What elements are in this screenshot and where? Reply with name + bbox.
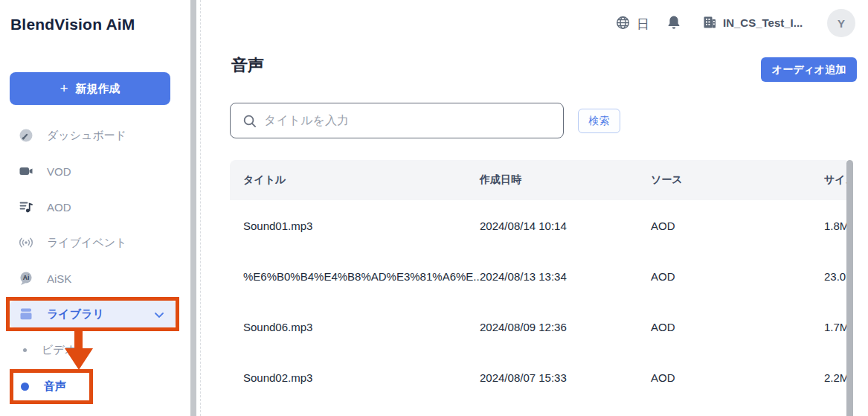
cell-source: AOD [637,371,811,384]
sidebar-scrollbar[interactable] [190,0,196,416]
sidebar-item-label: ダッシュボード [47,129,126,143]
sidebar-item-dashboard[interactable]: ダッシュボード [0,118,187,153]
audio-playlist-icon [19,199,33,214]
table-row[interactable]: Sound02.mp3 2024/08/07 15:33 AOD 2.2MB [230,352,846,403]
table-row[interactable]: Sound01.mp3 2024/08/14 10:14 AOD 1.8MB [230,200,846,251]
sidebar-item-live-event[interactable]: ライブイベント [0,225,187,260]
page-title: 音声 [231,54,264,77]
sidebar: BlendVision AiM + 新規作成 ダッシュボード VOD AOD [0,0,187,416]
table-row[interactable]: %E6%B0%B4%E4%B8%AD%E3%81%A6%E... 2024/08… [230,251,846,301]
globe-icon[interactable] [616,16,630,33]
sidebar-item-label: AiSK [47,272,71,285]
cell-created: 2024/08/07 15:33 [466,371,637,384]
cell-size: 1.8MB [811,220,846,232]
svg-text:Ai: Ai [23,274,30,281]
organization-name[interactable]: IN_CS_Test_I... [723,16,803,29]
app-logo: BlendVision AiM [10,16,135,33]
plus-icon: + [60,80,68,97]
column-header-source[interactable]: ソース [637,173,811,187]
table-body: Sound01.mp3 2024/08/14 10:14 AOD 1.8MB %… [230,200,846,403]
avatar[interactable]: Y [827,9,855,37]
sidebar-divider [200,0,201,416]
sidebar-item-aisk[interactable]: Ai AiSK [0,260,187,296]
cell-title: %E6%B0%B4%E4%B8%AD%E3%81%A6%E... [230,270,466,283]
bullet-dot-icon [21,383,29,391]
search-button[interactable]: 検索 [578,109,620,133]
new-create-button[interactable]: + 新規作成 [10,72,170,105]
cell-title: Sound01.mp3 [230,220,466,232]
ai-chat-icon: Ai [19,271,33,286]
sidebar-subitem-audio[interactable]: 音声 [0,368,187,405]
sidebar-item-library[interactable]: ライブラリ [0,296,187,332]
cell-source: AOD [637,321,811,333]
live-broadcast-icon [19,235,33,250]
column-header-title[interactable]: タイトル [230,173,466,187]
cell-title: Sound02.mp3 [230,371,466,384]
library-icon [19,307,33,321]
cell-created: 2024/08/09 12:36 [466,321,637,333]
bell-icon[interactable] [667,15,681,33]
sidebar-item-label: VOD [47,165,71,178]
cell-source: AOD [637,270,811,283]
search-box [230,103,564,138]
search-icon [242,114,257,128]
video-camera-icon [19,164,33,179]
table-vertical-scrollbar[interactable] [846,160,853,416]
sidebar-item-label: ライブラリ [47,307,104,321]
annotation-arrow-stem [74,330,83,350]
bullet-dot-icon [23,348,27,352]
cell-source: AOD [637,220,811,232]
audio-table: タイトル 作成日時 ソース サイズ Sound01.mp3 2024/08/14… [230,160,846,416]
cell-size: 1.7MB [811,321,846,333]
new-create-label: 新規作成 [76,82,120,96]
dashboard-gauge-icon [19,128,33,143]
table-header: タイトル 作成日時 ソース サイズ [230,160,846,200]
cell-size: 23.0KB [811,270,846,283]
sidebar-subitem-label: 音声 [44,380,66,394]
cell-size: 2.2MB [811,371,846,384]
language-selector[interactable]: 日 [637,16,649,33]
cell-created: 2024/08/14 10:14 [466,220,637,232]
sidebar-item-label: ライブイベント [47,236,126,250]
cell-created: 2024/08/13 13:34 [466,270,637,283]
column-header-size[interactable]: サイズ [811,173,846,187]
annotation-arrow-head-icon [65,348,93,370]
column-header-created[interactable]: 作成日時 [466,173,637,187]
sidebar-nav: ダッシュボード VOD AOD ライブイベント Ai AiSK [0,118,187,405]
organization-icon[interactable] [702,15,717,33]
table-row[interactable]: Sound06.mp3 2024/08/09 12:36 AOD 1.7MB [230,301,846,352]
chevron-down-icon [155,308,164,321]
sidebar-subitem-video[interactable]: ビデオ [0,332,187,368]
cell-title: Sound06.mp3 [230,321,466,333]
sidebar-item-aod[interactable]: AOD [0,189,187,225]
sidebar-item-label: AOD [47,201,71,214]
add-audio-button[interactable]: オーディオ追加 [761,57,857,82]
sidebar-item-vod[interactable]: VOD [0,153,187,189]
search-input[interactable] [264,103,563,138]
